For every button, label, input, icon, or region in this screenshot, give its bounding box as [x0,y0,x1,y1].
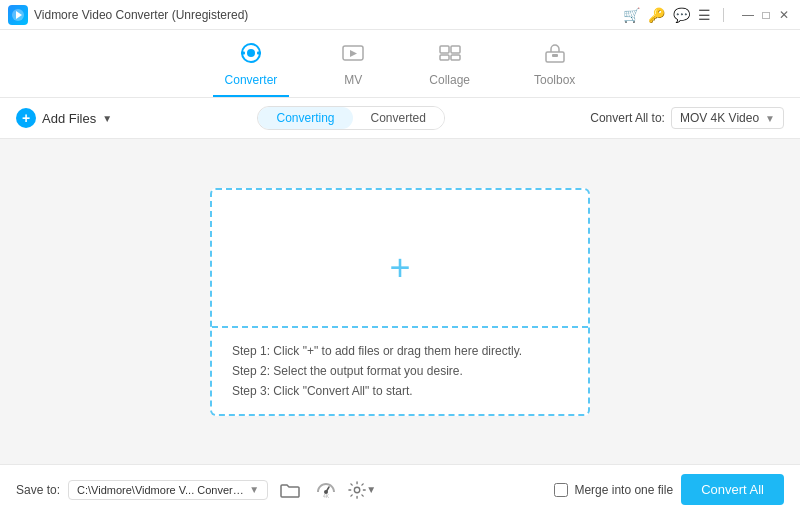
tab-collage-label: Collage [429,73,470,87]
drop-zone[interactable]: + Step 1: Click "+" to add files or drag… [210,188,590,416]
svg-text:4K: 4K [323,493,330,499]
step-3: Step 3: Click "Convert All" to start. [232,384,568,398]
svg-rect-9 [440,55,449,60]
svg-rect-8 [451,46,460,53]
format-caret-icon: ▼ [765,113,775,124]
drop-zone-top[interactable]: + [212,190,588,328]
svg-rect-7 [440,46,449,53]
toolbar: + Add Files ▼ Converting Converted Conve… [0,98,800,139]
title-bar-right: 🛒 🔑 💬 ☰ — □ ✕ [623,7,792,23]
cart-icon[interactable]: 🛒 [623,7,640,23]
speed-icon-button[interactable]: 4K [312,476,340,504]
key-icon[interactable]: 🔑 [648,7,665,23]
title-bar-left: Vidmore Video Converter (Unregistered) [8,5,248,25]
step-1: Step 1: Click "+" to add files or drag t… [232,344,568,358]
drop-zone-steps: Step 1: Click "+" to add files or drag t… [212,328,588,414]
tab-collage[interactable]: Collage [417,38,482,97]
save-to-section: Save to: C:\Vidmore\Vidmore V... Convert… [16,476,376,504]
add-files-label: Add Files [42,111,96,126]
format-value: MOV 4K Video [680,111,759,125]
merge-label: Merge into one file [574,483,673,497]
step-2: Step 2: Select the output format you des… [232,364,568,378]
settings-button[interactable]: ▼ [348,476,376,504]
svg-point-3 [247,49,255,57]
divider [723,8,724,22]
save-to-label: Save to: [16,483,60,497]
add-files-caret-icon: ▼ [102,113,112,124]
tab-converter-label: Converter [225,73,278,87]
mv-icon [341,42,365,69]
nav-tabs: Converter MV Collage [0,30,800,98]
save-path-select[interactable]: C:\Vidmore\Vidmore V... Converter\Conver… [68,480,268,500]
format-select[interactable]: MOV 4K Video ▼ [671,107,784,129]
footer: Save to: C:\Vidmore\Vidmore V... Convert… [0,464,800,514]
settings-caret: ▼ [366,484,376,495]
minimize-button[interactable]: — [740,7,756,23]
collage-icon [438,42,462,69]
app-logo [8,5,28,25]
add-files-button[interactable]: + Add Files ▼ [16,108,112,128]
status-tab-converted[interactable]: Converted [353,107,444,129]
converter-icon [239,42,263,69]
tab-toolbox[interactable]: Toolbox [522,38,587,97]
main-content: + Step 1: Click "+" to add files or drag… [0,139,800,464]
status-tab-converting[interactable]: Converting [258,107,352,129]
window-controls: — □ ✕ [740,7,792,23]
tab-mv-label: MV [344,73,362,87]
add-files-plus-icon: + [16,108,36,128]
menu-icon[interactable]: ☰ [698,7,711,23]
header-icons: 🛒 🔑 💬 ☰ [623,7,728,23]
save-path-text: C:\Vidmore\Vidmore V... Converter\Conver… [77,484,245,496]
tab-converter[interactable]: Converter [213,38,290,97]
title-bar: Vidmore Video Converter (Unregistered) 🛒… [0,0,800,30]
save-path-caret-icon: ▼ [249,484,259,495]
open-folder-button[interactable] [276,476,304,504]
svg-rect-10 [451,55,460,60]
svg-point-16 [354,487,359,492]
drop-zone-plus-icon: + [389,250,410,286]
merge-section: Merge into one file [554,483,673,497]
chat-icon[interactable]: 💬 [673,7,690,23]
convert-all-to-section: Convert All to: MOV 4K Video ▼ [590,107,784,129]
toolbox-icon [543,42,567,69]
tab-toolbox-label: Toolbox [534,73,575,87]
convert-all-button[interactable]: Convert All [681,474,784,505]
status-tabs: Converting Converted [257,106,444,130]
svg-rect-4 [241,52,245,55]
tab-mv[interactable]: MV [329,38,377,97]
svg-rect-5 [257,52,261,55]
svg-rect-12 [552,54,558,57]
merge-checkbox[interactable] [554,483,568,497]
app-title: Vidmore Video Converter (Unregistered) [34,8,248,22]
convert-all-to-label: Convert All to: [590,111,665,125]
close-button[interactable]: ✕ [776,7,792,23]
footer-actions: Merge into one file Convert All [554,474,784,505]
maximize-button[interactable]: □ [758,7,774,23]
